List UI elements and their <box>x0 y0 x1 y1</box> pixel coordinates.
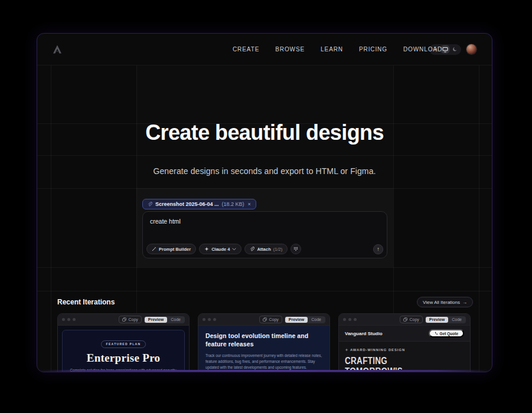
window-dots-icon <box>343 318 357 321</box>
view-switcher: Preview Code <box>425 316 466 323</box>
copy-label: Copy <box>269 317 278 322</box>
get-quote-button[interactable]: Get Quote <box>429 329 464 337</box>
tab-code[interactable]: Code <box>448 317 465 323</box>
plan-description: Complete solution for large organization… <box>70 368 177 373</box>
iteration-card-enterprise[interactable]: Copy Preview Code FEATURED PLAN Enterpri… <box>57 313 190 372</box>
page: { "nav": { "logo_alt": "A", "items": ["C… <box>0 0 532 413</box>
copy-button[interactable]: Copy <box>259 316 282 323</box>
page-subtitle: Generate designs in seconds and export t… <box>37 166 492 176</box>
iteration-card-studio[interactable]: Copy Preview Code Vanguard Studio <box>338 313 471 372</box>
prompt-box: create html Prompt Builder Claude 4 <box>142 211 387 258</box>
tab-preview[interactable]: Preview <box>145 317 167 323</box>
card-preview-content: Vanguard Studio Get Quote <box>339 326 470 372</box>
view-all-label: View All Iterations <box>423 300 460 305</box>
grid-line <box>479 65 479 372</box>
app-window: CREATE BROWSE LEARN PRICING DOWNLOAD <box>37 33 492 372</box>
studio-main: AWARD-WINNING DESIGN CRAFTING TOMORROW'S <box>339 342 470 372</box>
wand-icon <box>152 247 156 251</box>
grid-line <box>37 291 492 291</box>
studio-header: Vanguard Studio Get Quote <box>339 326 470 342</box>
remove-attachment-button[interactable]: × <box>247 201 251 207</box>
card-chrome: Copy Preview Code <box>198 314 329 326</box>
window-dots-icon <box>62 318 76 321</box>
grid-line <box>37 267 492 268</box>
nav-item-learn[interactable]: LEARN <box>321 46 343 53</box>
attachment-size: (18.2 KB) <box>222 201 244 207</box>
card-preview-content: FEATURED PLAN Enterprise Pro Complete so… <box>58 326 189 372</box>
nav-item-pricing[interactable]: PRICING <box>359 46 387 53</box>
timeline-title: Design tool evolution timeline and featu… <box>205 332 313 348</box>
submit-button[interactable]: ↑ <box>373 244 383 254</box>
paperclip-icon <box>148 202 152 207</box>
window-dots-icon <box>203 318 216 321</box>
award-icon <box>345 348 348 352</box>
copy-icon <box>403 317 407 322</box>
studio-headline: CRAFTING TOMORROW'S <box>345 356 445 372</box>
spark-icon <box>204 247 209 251</box>
moon-icon[interactable] <box>451 45 459 53</box>
tab-code[interactable]: Code <box>308 317 325 323</box>
logo-icon[interactable] <box>53 45 63 54</box>
view-switcher: Preview Code <box>144 316 185 323</box>
nav-menu: CREATE BROWSE LEARN PRICING DOWNLOAD <box>233 46 442 53</box>
prompt-input[interactable]: create html <box>143 212 387 242</box>
timeline-description: Track our continuous improvement journey… <box>205 353 322 371</box>
studio-tagline: AWARD-WINNING DESIGN <box>345 348 464 352</box>
arrow-right-icon: → <box>462 300 467 305</box>
tab-preview[interactable]: Preview <box>285 317 308 323</box>
page-title: Create beautiful designs <box>37 120 492 145</box>
card-chrome: Copy Preview Code <box>339 314 470 326</box>
attachment-name: Screenshot 2025-06-04 ... <box>155 201 219 207</box>
get-quote-label: Get Quote <box>440 332 458 336</box>
user-avatar[interactable] <box>466 44 476 54</box>
main-canvas: Create beautiful designs Generate design… <box>37 65 492 372</box>
attach-button[interactable]: Attach (1/2) <box>244 244 288 254</box>
card-preview-content: Design tool evolution timeline and featu… <box>198 326 329 372</box>
headline-line-1: CRAFTING <box>345 356 445 366</box>
studio-name: Vanguard Studio <box>345 331 383 336</box>
composer-toolbar: Prompt Builder Claude 4 Attach <box>146 244 383 254</box>
nav-item-create[interactable]: CREATE <box>233 46 259 53</box>
copy-button[interactable]: Copy <box>400 316 422 323</box>
card-chrome: Copy Preview Code <box>58 314 189 326</box>
iteration-cards-row: Copy Preview Code FEATURED PLAN Enterpri… <box>57 313 471 372</box>
copy-icon <box>122 317 126 322</box>
view-switcher: Preview Code <box>285 316 325 323</box>
featured-plan-badge: FEATURED PLAN <box>101 340 146 348</box>
copy-label: Copy <box>409 317 419 322</box>
attachment-chip[interactable]: Screenshot 2025-06-04 ... (18.2 KB) × <box>142 199 256 209</box>
attach-label: Attach <box>257 247 270 252</box>
headline-line-2: TOMORROW'S <box>345 366 445 372</box>
dot-grid-icon <box>293 247 298 251</box>
nav-item-download[interactable]: DOWNLOAD <box>403 46 442 53</box>
model-selector[interactable]: Claude 4 <box>199 244 241 254</box>
grid-line <box>51 65 51 372</box>
tab-preview[interactable]: Preview <box>426 317 448 323</box>
top-nav: CREATE BROWSE LEARN PRICING DOWNLOAD <box>37 34 492 65</box>
attach-count: (1/2) <box>273 247 282 252</box>
paperclip-icon <box>250 247 254 252</box>
prompt-builder-label: Prompt Builder <box>159 247 191 252</box>
prompt-builder-button[interactable]: Prompt Builder <box>146 244 196 254</box>
recent-iterations-heading: Recent Iterations <box>57 298 115 306</box>
copy-label: Copy <box>128 317 138 322</box>
model-label: Claude 4 <box>211 247 230 252</box>
iteration-card-timeline[interactable]: Copy Preview Code Design tool evolution … <box>198 313 330 372</box>
snippets-button[interactable] <box>291 244 301 254</box>
arrow-up-icon: ↑ <box>377 246 380 252</box>
enterprise-panel: FEATURED PLAN Enterprise Pro Complete so… <box>62 330 185 372</box>
copy-button[interactable]: Copy <box>119 316 141 323</box>
chevron-down-icon <box>232 248 236 251</box>
plan-title: Enterprise Pro <box>63 352 184 365</box>
phone-icon <box>435 332 438 335</box>
view-all-iterations-button[interactable]: View All Iterations → <box>417 297 473 307</box>
copy-icon <box>263 317 267 322</box>
tab-code[interactable]: Code <box>167 317 184 323</box>
monitor-icon[interactable] <box>441 45 449 53</box>
tagline-text: AWARD-WINNING DESIGN <box>350 348 405 352</box>
nav-item-browse[interactable]: BROWSE <box>275 46 305 53</box>
